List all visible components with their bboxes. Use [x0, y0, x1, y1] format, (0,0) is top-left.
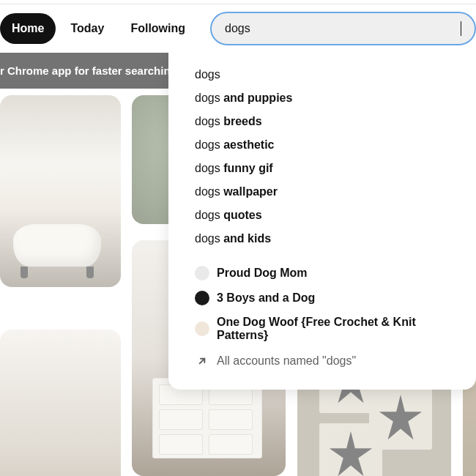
dresser-graphic: [152, 378, 262, 458]
suggestion-item[interactable]: dogs and kids: [168, 227, 476, 250]
search-suggestions-dropdown: dogsdogs and puppiesdogs breedsdogs aest…: [168, 51, 476, 390]
avatar: [195, 291, 209, 305]
chrome-promo-banner[interactable]: r Chrome app for faster searching: [0, 53, 185, 89]
account-name: One Dog Woof {Free Crochet & Knit Patter…: [217, 316, 450, 342]
bathtub-leg: [21, 267, 28, 278]
all-accounts-link[interactable]: All accounts named "dogs": [168, 347, 476, 375]
account-suggestion-item[interactable]: 3 Boys and a Dog: [168, 286, 476, 310]
search-box[interactable]: dogs: [210, 12, 476, 45]
suggestion-item[interactable]: dogs and puppies: [168, 86, 476, 110]
nav-following[interactable]: Following: [119, 13, 197, 44]
svg-marker-2: [330, 431, 372, 476]
header-bar: Home Today Following dogs: [0, 4, 476, 53]
nav-today[interactable]: Today: [59, 13, 116, 44]
suggestion-item[interactable]: dogs quotes: [168, 204, 476, 227]
search-input[interactable]: dogs: [225, 22, 461, 35]
pin-bathroom[interactable]: [0, 95, 121, 287]
account-name: 3 Boys and a Dog: [217, 291, 315, 305]
suggestion-list: dogsdogs and puppiesdogs breedsdogs aest…: [168, 63, 476, 250]
suggestion-item[interactable]: dogs funny gif: [168, 157, 476, 180]
all-accounts-label: All accounts named "dogs": [217, 354, 356, 368]
account-suggestion-item[interactable]: One Dog Woof {Free Crochet & Knit Patter…: [168, 310, 476, 347]
suggestion-item[interactable]: dogs wallpaper: [168, 180, 476, 204]
account-name: Proud Dog Mom: [217, 267, 308, 280]
text-caret: [461, 21, 461, 36]
account-suggestion-list: Proud Dog Mom3 Boys and a DogOne Dog Woo…: [168, 261, 476, 347]
svg-marker-1: [379, 395, 422, 439]
suggestion-item[interactable]: dogs breeds: [168, 110, 476, 133]
nav-home[interactable]: Home: [0, 13, 56, 44]
avatar: [195, 321, 209, 336]
search-wrapper: dogs: [210, 12, 476, 45]
suggestion-item[interactable]: dogs aesthetic: [168, 133, 476, 157]
bathtub-leg: [86, 267, 94, 278]
account-suggestion-item[interactable]: Proud Dog Mom: [168, 261, 476, 286]
arrow-up-right-icon: [195, 354, 209, 368]
suggestion-item[interactable]: dogs: [168, 63, 476, 86]
pin-wardrobe[interactable]: [0, 330, 121, 476]
avatar: [195, 266, 209, 280]
bathtub-graphic: [13, 224, 101, 267]
